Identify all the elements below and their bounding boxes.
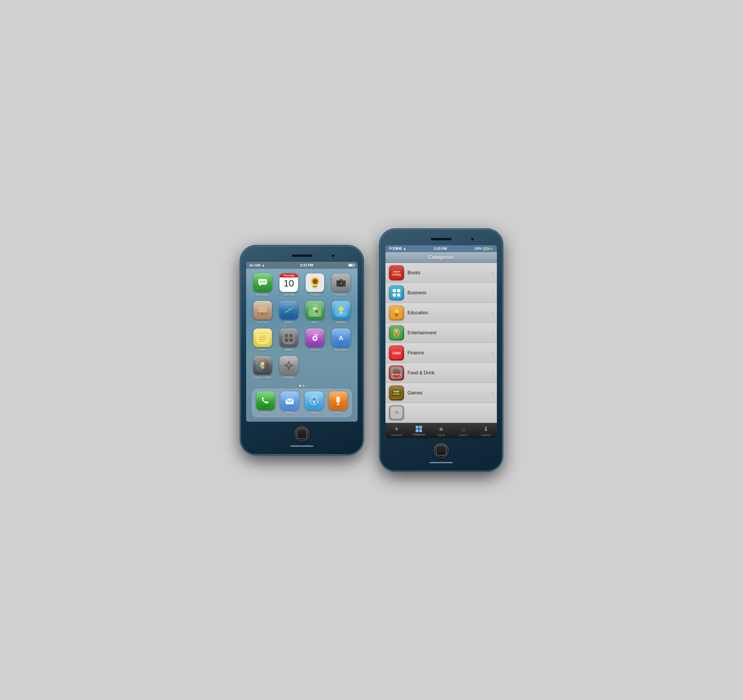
- calendar-date: 10: [284, 277, 294, 288]
- mail-icon: [280, 392, 299, 410]
- search-label: Search: [459, 434, 468, 437]
- app-stocks[interactable]: Stocks: [278, 301, 299, 324]
- svg-point-15: [259, 313, 260, 315]
- app-calendar[interactable]: Thursday 10 Calendar: [278, 273, 299, 296]
- front-camera-icon: [332, 255, 334, 257]
- app-maps[interactable]: 280 Maps: [304, 301, 326, 324]
- books-app-icon: Jesus Calling: [389, 265, 404, 280]
- svg-rect-98: [392, 390, 401, 396]
- category-books[interactable]: Jesus Calling Books ›: [385, 263, 497, 283]
- phone-svg: [259, 394, 272, 407]
- messages-svg: [257, 277, 268, 288]
- app-gamecenter[interactable]: Game Center: [252, 356, 274, 379]
- tab-categories[interactable]: Categories: [408, 425, 430, 437]
- app-photos[interactable]: 🌻 Photos: [304, 273, 326, 296]
- games-label: Games: [407, 390, 488, 395]
- food-icon-svg: PAPRIKA: [390, 367, 403, 379]
- time-label-phone1: 3:33 PM: [300, 263, 313, 267]
- categories-icon: [415, 425, 422, 432]
- svg-rect-57: [259, 394, 272, 407]
- svg-point-4: [264, 281, 266, 283]
- camera-icon: [332, 273, 350, 292]
- svg-text:PAPRIKA: PAPRIKA: [392, 373, 401, 376]
- app-itunes[interactable]: iTunes: [304, 329, 326, 351]
- home-button-2[interactable]: [434, 443, 449, 458]
- itunes-icon: [306, 329, 324, 347]
- phone1-device: No SIM ▲ 3:33 PM: [241, 246, 363, 454]
- wifi-icon: ▲: [262, 263, 265, 267]
- entertainment-chevron-icon: ›: [492, 330, 493, 336]
- maps-icon: 280: [306, 301, 324, 320]
- tab-search[interactable]: ⌕ Search: [452, 425, 475, 437]
- status-right-phone1: [348, 264, 354, 267]
- app-notes[interactable]: Notes: [252, 329, 274, 351]
- svg-rect-109: [419, 429, 422, 432]
- food-label: Food & Drink: [407, 370, 488, 376]
- svg-rect-59: [286, 398, 294, 404]
- dock-safari[interactable]: Safari: [303, 392, 325, 414]
- notes-icon: [253, 329, 272, 347]
- app-camera[interactable]: Camera: [330, 273, 352, 296]
- books-icon-svg: Jesus Calling: [390, 267, 403, 279]
- itunes-svg: [308, 332, 321, 344]
- svg-rect-28: [258, 333, 268, 334]
- ipod-svg: ♪: [332, 394, 345, 407]
- swipe-indicator: [290, 445, 314, 447]
- camera-label: Camera: [336, 293, 346, 296]
- category-food[interactable]: PAPRIKA Food & Drink ›: [385, 363, 497, 383]
- category-finance[interactable]: 10bii Finance ›: [385, 343, 497, 363]
- svg-rect-67: [336, 397, 340, 403]
- gamecenter-label: Game Center: [254, 376, 271, 379]
- safari-svg: [308, 394, 320, 407]
- category-business[interactable]: Business ›: [385, 283, 497, 303]
- speaker-grille-2: [431, 238, 451, 240]
- finance-icon-svg: 10bii: [390, 347, 403, 359]
- battery-icon-phone1: [348, 264, 354, 267]
- maps-svg: 280: [308, 304, 321, 317]
- app-youtube[interactable]: YouTube: [252, 301, 274, 324]
- category-games[interactable]: MINE CRAFT Games ›: [385, 383, 497, 403]
- dock-ipod[interactable]: ♪ iPod: [327, 392, 349, 414]
- calendar-icon: Thursday 10: [280, 273, 298, 292]
- svg-point-11: [343, 281, 344, 282]
- home-button[interactable]: [294, 426, 309, 441]
- app-utilities[interactable]: Utilities: [278, 329, 299, 351]
- notes-label: Notes: [259, 348, 266, 351]
- svg-rect-41: [314, 334, 318, 335]
- tab-top25[interactable]: ★ Top 25: [430, 425, 453, 437]
- settings-icon: [280, 356, 298, 375]
- time-label-phone2: 3:33 PM: [434, 247, 447, 251]
- speaker-grille: [292, 255, 312, 257]
- status-bar-phone2: 中文移动 ▲ 3:33 PM 100% ⚡: [385, 245, 497, 252]
- books-label: Books: [407, 270, 488, 275]
- stocks-label: Stocks: [284, 321, 293, 324]
- app-settings[interactable]: Settings: [278, 356, 299, 379]
- svg-rect-99: [393, 390, 395, 392]
- app-appstore[interactable]: A App Store: [330, 329, 352, 351]
- tab-updates[interactable]: ⬇ Updates: [475, 425, 497, 437]
- weather-icon: 73°: [332, 301, 350, 320]
- svg-rect-75: [397, 289, 400, 292]
- appstore-icon: A: [332, 329, 350, 347]
- education-chevron-icon: ›: [492, 310, 493, 315]
- category-education[interactable]: Education ›: [385, 303, 497, 323]
- stocks-svg: [283, 304, 295, 317]
- app-messages[interactable]: Messages: [252, 273, 274, 296]
- svg-point-10: [342, 282, 342, 283]
- svg-rect-35: [289, 334, 293, 337]
- education-label: Education: [407, 310, 488, 315]
- itunes-label: iTunes: [311, 348, 319, 351]
- phone2-screen: 中文移动 ▲ 3:33 PM 100% ⚡ Categories: [385, 245, 497, 438]
- category-entertainment[interactable]: Entertainment ›: [385, 323, 497, 343]
- svg-rect-0: [258, 279, 267, 285]
- entertainment-label: Entertainment: [407, 330, 488, 336]
- category-partial[interactable]: 75: [385, 403, 497, 423]
- tab-featured[interactable]: ✦ Featured: [385, 425, 408, 437]
- phone2-device: 中文移动 ▲ 3:33 PM 100% ⚡ Categories: [380, 229, 502, 471]
- dock-mail[interactable]: Mail: [279, 392, 301, 414]
- app-weather[interactable]: 73° Weather: [330, 301, 352, 324]
- phone-label: Phone: [261, 411, 269, 414]
- dock-phone[interactable]: Phone: [255, 392, 277, 414]
- updates-label: Updates: [481, 434, 491, 437]
- carrier-label: No SIM: [250, 263, 260, 267]
